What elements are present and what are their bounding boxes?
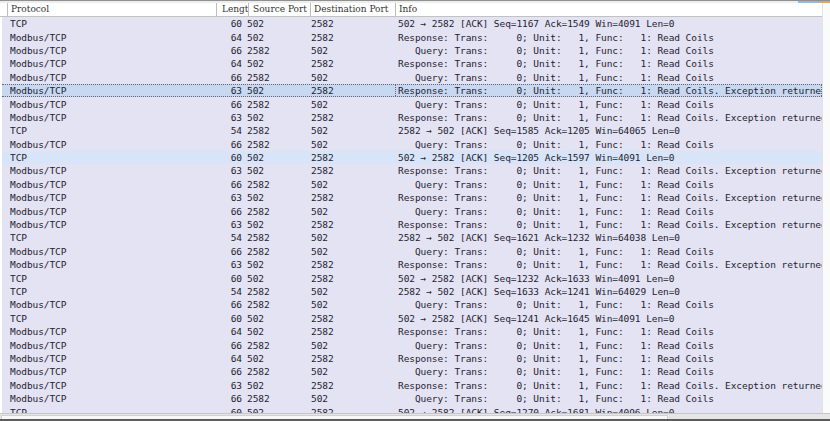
column-header-source-port[interactable]: Source Port xyxy=(248,3,310,16)
source-port-cell: 502 xyxy=(242,18,310,29)
protocol-cell: TCP xyxy=(2,152,216,163)
packet-row[interactable]: Modbus/TCP 66 2582 502 Query: Trans: 0; … xyxy=(2,365,822,378)
packet-list-window: Protocol Length Source Port Destination … xyxy=(0,0,830,421)
destination-port-cell: 2582 xyxy=(310,219,395,230)
source-port-cell: 502 xyxy=(242,165,310,176)
packet-row[interactable]: Modbus/TCP 66 2582 502 Query: Trans: 0; … xyxy=(2,245,822,258)
packet-row[interactable]: Modbus/TCP 63 502 2582 Response: Trans: … xyxy=(2,258,822,271)
length-cell: 66 xyxy=(216,179,242,190)
source-port-cell: 2582 xyxy=(242,99,310,110)
packet-row[interactable]: TCP 60 502 2582 502 → 2582 [ACK] Seq=116… xyxy=(2,17,822,30)
packet-row[interactable]: Modbus/TCP 63 502 2582 Response: Trans: … xyxy=(2,191,822,204)
destination-port-cell: 502 xyxy=(310,99,395,110)
protocol-cell: Modbus/TCP xyxy=(2,353,216,364)
packet-row[interactable]: Modbus/TCP 66 2582 502 Query: Trans: 0; … xyxy=(2,97,822,110)
packet-row[interactable]: Modbus/TCP 66 2582 502 Query: Trans: 0; … xyxy=(2,338,822,351)
protocol-cell: Modbus/TCP xyxy=(2,58,216,69)
packet-row[interactable]: TCP 54 2582 502 2582 → 502 [ACK] Seq=163… xyxy=(2,285,822,298)
length-cell: 66 xyxy=(216,206,242,217)
protocol-cell: Modbus/TCP xyxy=(2,72,216,83)
column-header-destination-port[interactable]: Destination Port xyxy=(310,3,395,16)
protocol-cell: Modbus/TCP xyxy=(2,179,216,190)
packet-row[interactable]: TCP 54 2582 502 2582 → 502 [ACK] Seq=158… xyxy=(2,124,822,137)
destination-port-cell: 502 xyxy=(310,232,395,243)
source-port-cell: 2582 xyxy=(242,286,310,297)
protocol-cell: Modbus/TCP xyxy=(2,206,216,217)
protocol-cell: TCP xyxy=(2,18,216,29)
source-port-cell: 502 xyxy=(242,192,310,203)
source-port-cell: 502 xyxy=(242,85,310,96)
info-cell: Response: Trans: 0; Unit: 1, Func: 1: Re… xyxy=(395,219,822,230)
info-cell: 502 → 2582 [ACK] Seq=1241 Ack=1645 Win=4… xyxy=(395,313,822,324)
protocol-cell: Modbus/TCP xyxy=(2,366,216,377)
column-header-info[interactable]: Info xyxy=(395,3,822,16)
length-cell: 63 xyxy=(216,112,242,123)
protocol-cell: Modbus/TCP xyxy=(2,99,216,110)
destination-port-cell: 502 xyxy=(310,206,395,217)
vertical-scrollbar-area[interactable] xyxy=(822,3,830,413)
destination-port-cell: 2582 xyxy=(310,192,395,203)
length-cell: 54 xyxy=(216,286,242,297)
source-port-cell: 502 xyxy=(242,313,310,324)
column-header-row: Protocol Length Source Port Destination … xyxy=(0,3,830,17)
packet-row[interactable]: Modbus/TCP 66 2582 502 Query: Trans: 0; … xyxy=(2,392,822,405)
packet-list: TCP 60 502 2582 502 → 2582 [ACK] Seq=116… xyxy=(2,17,822,413)
packet-row[interactable]: Modbus/TCP 64 502 2582 Response: Trans: … xyxy=(2,57,822,70)
packet-row[interactable]: Modbus/TCP 66 2582 502 Query: Trans: 0; … xyxy=(2,178,822,191)
destination-port-cell: 2582 xyxy=(310,85,395,96)
length-cell: 66 xyxy=(216,139,242,150)
packet-row[interactable]: Modbus/TCP 66 2582 502 Query: Trans: 0; … xyxy=(2,71,822,84)
packet-row[interactable]: TCP 54 2582 502 2582 → 502 [ACK] Seq=162… xyxy=(2,231,822,244)
protocol-cell: Modbus/TCP xyxy=(2,165,216,176)
info-cell: Response: Trans: 0; Unit: 1, Func: 1: Re… xyxy=(395,353,822,364)
info-cell: Response: Trans: 0; Unit: 1, Func: 1: Re… xyxy=(395,192,822,203)
info-cell: Query: Trans: 0; Unit: 1, Func: 1: Read … xyxy=(395,206,822,217)
packet-row[interactable]: TCP 60 502 2582 502 → 2582 [ACK] Seq=120… xyxy=(2,151,822,164)
length-cell: 54 xyxy=(216,232,242,243)
source-port-cell: 2582 xyxy=(242,393,310,404)
packet-row[interactable]: Modbus/TCP 66 2582 502 Query: Trans: 0; … xyxy=(2,44,822,57)
packet-row[interactable]: TCP 60 502 2582 502 → 2582 [ACK] Seq=124… xyxy=(2,312,822,325)
protocol-cell: Modbus/TCP xyxy=(2,259,216,270)
packet-row[interactable]: Modbus/TCP 63 502 2582 Response: Trans: … xyxy=(2,218,822,231)
length-cell: 64 xyxy=(216,326,242,337)
source-port-cell: 2582 xyxy=(242,139,310,150)
source-port-cell: 2582 xyxy=(242,206,310,217)
length-cell: 60 xyxy=(216,313,242,324)
length-cell: 63 xyxy=(216,380,242,391)
protocol-cell: Modbus/TCP xyxy=(2,85,216,96)
protocol-cell: Modbus/TCP xyxy=(2,112,216,123)
packet-row[interactable]: Modbus/TCP 66 2582 502 Query: Trans: 0; … xyxy=(2,298,822,311)
source-port-cell: 2582 xyxy=(242,45,310,56)
info-cell: 2582 → 502 [ACK] Seq=1633 Ack=1241 Win=6… xyxy=(395,286,822,297)
packet-row[interactable]: Modbus/TCP 63 502 2582 Response: Trans: … xyxy=(2,111,822,124)
destination-port-cell: 502 xyxy=(310,299,395,310)
packet-row[interactable]: Modbus/TCP 66 2582 502 Query: Trans: 0; … xyxy=(2,138,822,151)
protocol-cell: Modbus/TCP xyxy=(2,246,216,257)
source-port-cell: 502 xyxy=(242,219,310,230)
packet-row[interactable]: Modbus/TCP 66 2582 502 Query: Trans: 0; … xyxy=(2,204,822,217)
length-cell: 66 xyxy=(216,72,242,83)
source-port-cell: 2582 xyxy=(242,125,310,136)
packet-row[interactable]: Modbus/TCP 63 502 2582 Response: Trans: … xyxy=(2,84,822,97)
source-port-cell: 2582 xyxy=(242,72,310,83)
info-cell: Query: Trans: 0; Unit: 1, Func: 1: Read … xyxy=(395,393,822,404)
packet-row[interactable]: Modbus/TCP 64 502 2582 Response: Trans: … xyxy=(2,30,822,43)
length-cell: 60 xyxy=(216,18,242,29)
protocol-cell: Modbus/TCP xyxy=(2,45,216,56)
destination-port-cell: 2582 xyxy=(310,152,395,163)
length-cell: 64 xyxy=(216,58,242,69)
column-header-protocol[interactable]: Protocol xyxy=(7,3,216,16)
packet-row[interactable]: Modbus/TCP 64 502 2582 Response: Trans: … xyxy=(2,325,822,338)
packet-row[interactable]: TCP 60 502 2582 502 → 2582 [ACK] Seq=127… xyxy=(2,405,822,413)
column-header-length[interactable]: Length xyxy=(216,3,248,16)
source-port-cell: 502 xyxy=(242,273,310,284)
packet-row[interactable]: Modbus/TCP 63 502 2582 Response: Trans: … xyxy=(2,164,822,177)
packet-row[interactable]: Modbus/TCP 63 502 2582 Response: Trans: … xyxy=(2,379,822,392)
packet-row[interactable]: TCP 60 502 2582 502 → 2582 [ACK] Seq=123… xyxy=(2,271,822,284)
length-cell: 63 xyxy=(216,85,242,96)
info-cell: Query: Trans: 0; Unit: 1, Func: 1: Read … xyxy=(395,99,822,110)
protocol-cell: TCP xyxy=(2,286,216,297)
length-cell: 66 xyxy=(216,340,242,351)
packet-row[interactable]: Modbus/TCP 64 502 2582 Response: Trans: … xyxy=(2,352,822,365)
